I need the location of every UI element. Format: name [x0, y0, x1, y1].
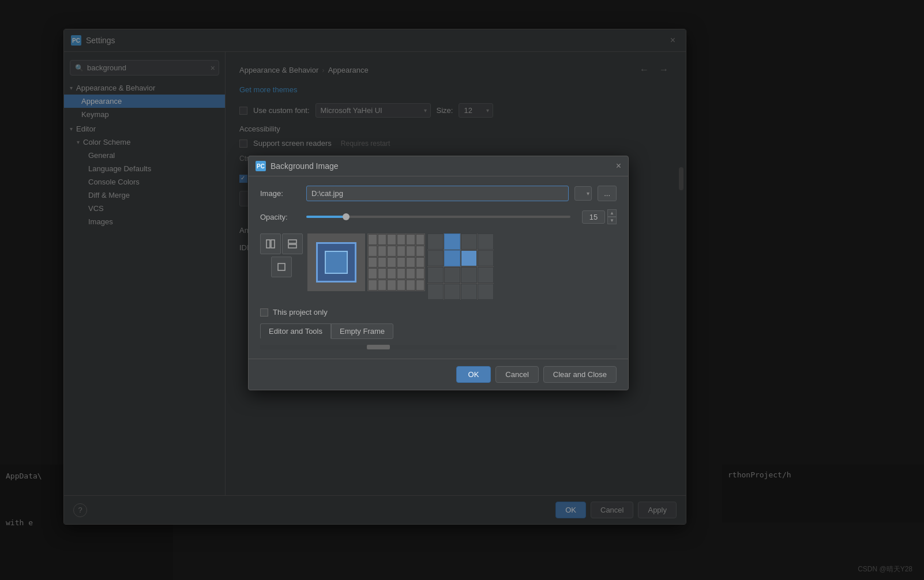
grid-cell[interactable] [406, 257, 415, 268]
image-preview-center [307, 233, 365, 291]
pgcell[interactable] [427, 267, 444, 283]
layout-btn-row2 [260, 257, 303, 277]
modal-close-button[interactable]: × [616, 161, 621, 171]
browse-button[interactable]: ... [598, 186, 617, 201]
placement-section [260, 233, 617, 300]
grid-cell[interactable] [378, 234, 387, 245]
tab-editor-and-tools[interactable]: Editor and Tools [260, 323, 331, 339]
pgcell[interactable] [478, 250, 494, 266]
modal-body: Image: ▾ ... Opacity: [249, 176, 628, 359]
grid-cell[interactable] [416, 234, 425, 245]
preview-inner-square [325, 251, 348, 274]
grid-cell[interactable] [387, 234, 396, 245]
image-path-input[interactable] [306, 186, 569, 201]
opacity-spin-buttons: ▲ ▼ [607, 209, 617, 224]
svg-rect-1 [271, 240, 275, 248]
modal-horizontal-scrollbar[interactable] [260, 345, 617, 349]
grid-cell[interactable] [406, 268, 415, 279]
grid-cell[interactable] [416, 268, 425, 279]
modal-title: Background Image [271, 161, 339, 171]
modal-pc-icon: PC [256, 161, 266, 171]
grid-cell[interactable] [368, 234, 377, 245]
modal-titlebar: PC Background Image × [249, 156, 628, 176]
pgcell[interactable] [444, 284, 460, 300]
grid-cell[interactable] [397, 280, 406, 291]
modal-cancel-button[interactable]: Cancel [495, 366, 538, 383]
modal-clear-close-button[interactable]: Clear and Close [543, 366, 617, 383]
grid-cell[interactable] [416, 246, 425, 257]
project-only-label: This project only [273, 308, 328, 317]
opacity-number-input[interactable] [582, 210, 605, 224]
opacity-label: Opacity: [260, 213, 301, 221]
preview-area [260, 233, 617, 300]
grid-cell[interactable] [387, 268, 396, 279]
scrollbar-thumb[interactable] [367, 345, 390, 349]
pgcell[interactable] [461, 233, 477, 250]
image-path-row: Image: ▾ ... [260, 186, 617, 201]
modal-footer: OK Cancel Clear and Close [249, 359, 628, 390]
svg-rect-0 [266, 240, 270, 248]
grid-cell[interactable] [368, 268, 377, 279]
pgcell-selected[interactable] [444, 250, 460, 266]
pgcell-selected[interactable] [444, 233, 460, 250]
pgcell[interactable] [427, 233, 444, 250]
background-image-dialog: PC Background Image × Image: ▾ ... [248, 156, 629, 390]
image-label: Image: [260, 189, 301, 198]
opacity-spin-up[interactable]: ▲ [607, 209, 617, 217]
svg-rect-3 [288, 244, 296, 248]
opacity-slider-container [306, 216, 570, 218]
grid-pattern [367, 233, 425, 291]
layout-btn-split-v[interactable] [260, 233, 281, 254]
grid-cell[interactable] [416, 280, 425, 291]
grid-cell[interactable] [378, 280, 387, 291]
preview-grid-small [427, 233, 494, 300]
opacity-row: Opacity: ▲ ▼ [260, 209, 617, 224]
grid-cell[interactable] [397, 268, 406, 279]
project-only-row: This project only [260, 308, 617, 317]
preview-outer-square [316, 242, 356, 283]
opacity-value-group: ▲ ▼ [582, 209, 617, 224]
grid-cell[interactable] [397, 257, 406, 268]
project-only-checkbox[interactable] [260, 308, 268, 317]
opacity-slider-track [306, 216, 570, 218]
layout-buttons [260, 233, 303, 277]
grid-cell[interactable] [387, 246, 396, 257]
grid-cell[interactable] [378, 268, 387, 279]
modal-ok-button[interactable]: OK [456, 366, 491, 383]
grid-cell[interactable] [416, 257, 425, 268]
pgcell[interactable] [478, 267, 494, 283]
small-preview-area [427, 233, 494, 300]
pgcell[interactable] [478, 284, 494, 300]
opacity-slider-thumb[interactable] [343, 213, 350, 220]
grid-cells [367, 233, 425, 291]
svg-rect-4 [278, 263, 285, 270]
grid-cell[interactable] [406, 280, 415, 291]
grid-cell[interactable] [406, 234, 415, 245]
grid-cell[interactable] [387, 280, 396, 291]
grid-cell[interactable] [378, 257, 387, 268]
grid-cell[interactable] [368, 246, 377, 257]
pgcell[interactable] [444, 267, 460, 283]
grid-cell[interactable] [368, 280, 377, 291]
modal-tabs-row: Editor and Tools Empty Frame [260, 323, 617, 339]
opacity-slider-fill [306, 216, 346, 218]
grid-cell[interactable] [378, 246, 387, 257]
pgcell[interactable] [427, 284, 444, 300]
grid-cell[interactable] [406, 246, 415, 257]
layout-btn-split-h[interactable] [282, 233, 303, 254]
grid-cell[interactable] [387, 257, 396, 268]
pgcell-hover[interactable] [461, 250, 477, 266]
pgcell[interactable] [478, 233, 494, 250]
pgcell[interactable] [427, 250, 444, 266]
pgcell[interactable] [461, 284, 477, 300]
layout-btn-single[interactable] [271, 257, 292, 277]
grid-cell[interactable] [397, 234, 406, 245]
grid-cell[interactable] [397, 246, 406, 257]
modal-overlay: PC Background Image × Image: ▾ ... [0, 0, 924, 580]
image-path-dropdown[interactable] [574, 186, 592, 201]
opacity-spin-down[interactable]: ▼ [607, 217, 617, 224]
tab-empty-frame[interactable]: Empty Frame [331, 323, 393, 339]
grid-cell[interactable] [368, 257, 377, 268]
modal-titlebar-left: PC Background Image [256, 161, 339, 171]
pgcell[interactable] [461, 267, 477, 283]
